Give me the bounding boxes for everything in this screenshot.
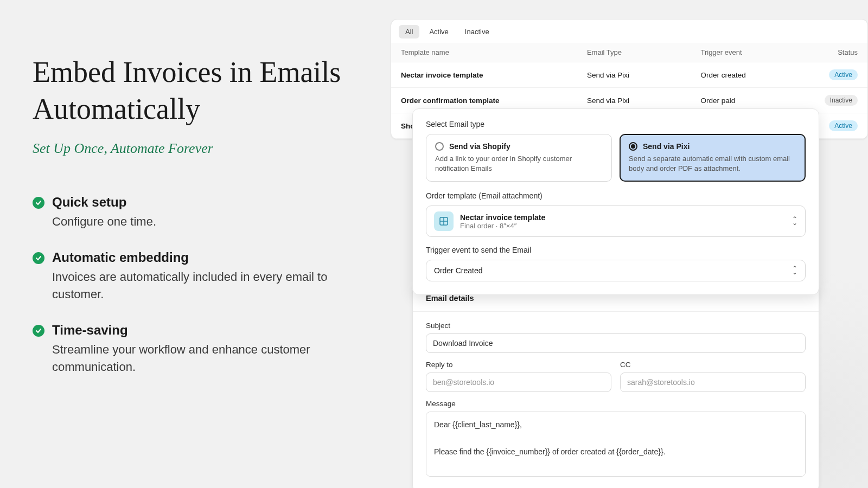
cell-email-type: Send via Pixi	[587, 71, 701, 79]
tab-active[interactable]: Active	[423, 25, 455, 38]
subject-input[interactable]	[426, 333, 806, 353]
radio-title: Send via Pixi	[643, 142, 690, 151]
subject-label: Subject	[426, 322, 806, 330]
check-icon	[33, 252, 44, 264]
cell-trigger: Order paid	[700, 97, 814, 105]
cell-trigger: Order created	[700, 71, 814, 79]
cell-template-name: Nectar invoice template	[401, 71, 587, 79]
feature-title: Time-saving	[52, 323, 369, 338]
header-email-type: Email Type	[587, 48, 701, 56]
email-type-label: Select Email type	[426, 120, 806, 129]
reply-to-input[interactable]	[426, 373, 611, 392]
feature-desc: Streamline your workflow and enhance cus…	[52, 341, 369, 376]
cc-label: CC	[620, 361, 806, 369]
hero-subheadline: Set Up Once, Automate Forever	[33, 140, 369, 157]
template-meta: Final order · 8″×4″	[460, 222, 545, 230]
check-icon	[33, 325, 44, 337]
status-badge: Active	[829, 120, 858, 131]
chevron-updown-icon: ⌃⌄	[792, 267, 797, 274]
radio-icon	[435, 142, 444, 151]
radio-icon	[629, 142, 637, 151]
header-status: Status	[814, 48, 858, 56]
header-template-name: Template name	[401, 48, 587, 56]
table-header: Template name Email Type Trigger event S…	[391, 43, 867, 62]
trigger-select[interactable]: Order Created ⌃⌄	[426, 260, 806, 281]
radio-title: Send via Shopify	[449, 142, 510, 151]
feature-item: Automatic embedding Invoices are automat…	[33, 250, 369, 303]
tab-all[interactable]: All	[399, 25, 419, 38]
radio-desc: Add a link to your order in Shopify cust…	[435, 154, 603, 174]
feature-desc: Invoices are automatically included in e…	[52, 268, 369, 303]
tabs-row: All Active Inactive	[391, 20, 867, 43]
cell-template-name: Order confirmation template	[401, 97, 587, 105]
message-textarea[interactable]	[426, 412, 806, 477]
email-details-card: Email details Subject Reply to CC	[412, 285, 819, 488]
check-icon	[33, 197, 44, 209]
features-list: Quick setup Configure one time. Automati…	[33, 195, 369, 375]
feature-title: Quick setup	[52, 195, 369, 210]
radio-desc: Send a separate automatic email with cus…	[629, 154, 796, 174]
hero-headline: Embed Invoices in Emails Automatically	[33, 54, 369, 127]
trigger-label: Trigger event to send the Email	[426, 246, 806, 254]
status-badge: Inactive	[825, 95, 858, 106]
chevron-updown-icon: ⌃⌄	[792, 217, 797, 225]
cc-input[interactable]	[620, 373, 806, 392]
radio-send-via-pixi[interactable]: Send via Pixi Send a separate automatic …	[620, 134, 806, 182]
feature-desc: Configure one time.	[52, 213, 369, 230]
feature-item: Time-saving Streamline your workflow and…	[33, 323, 369, 376]
template-label: Order template (Email attachment)	[426, 191, 806, 200]
feature-title: Automatic embedding	[52, 250, 369, 265]
message-label: Message	[426, 400, 806, 408]
table-row[interactable]: Nectar invoice template Send via Pixi Or…	[391, 62, 867, 88]
trigger-value: Order Created	[434, 266, 482, 275]
cell-email-type: Send via Pixi	[587, 97, 701, 105]
template-select[interactable]: Nectar invoice template Final order · 8″…	[426, 206, 806, 237]
tab-inactive[interactable]: Inactive	[458, 25, 496, 38]
template-icon	[434, 211, 454, 231]
config-panel: Select Email type Send via Shopify Add a…	[412, 108, 819, 295]
radio-send-via-shopify[interactable]: Send via Shopify Add a link to your orde…	[426, 134, 612, 182]
status-badge: Active	[829, 69, 858, 80]
feature-item: Quick setup Configure one time.	[33, 195, 369, 230]
reply-to-label: Reply to	[426, 361, 611, 369]
header-trigger: Trigger event	[700, 48, 814, 56]
template-name: Nectar invoice template	[460, 213, 545, 222]
